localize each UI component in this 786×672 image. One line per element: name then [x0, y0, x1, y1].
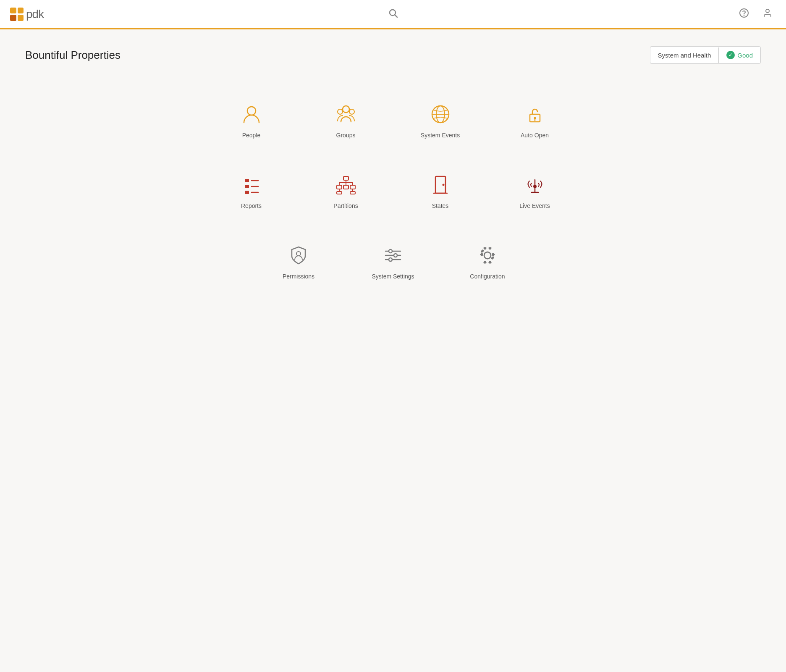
- partitions-icon: [333, 172, 359, 197]
- system-events-label: System Events: [421, 132, 460, 139]
- nav-item-system-events[interactable]: System Events: [393, 85, 487, 155]
- svg-rect-19: [245, 191, 249, 194]
- system-health-label: System and Health: [650, 47, 719, 63]
- check-circle-icon: ✓: [726, 51, 735, 59]
- nav-item-live-events[interactable]: Live Events: [487, 155, 582, 226]
- logo-text: pdk: [26, 8, 44, 21]
- svg-point-6: [343, 106, 349, 113]
- svg-point-5: [247, 107, 256, 115]
- nav-item-groups[interactable]: Groups: [299, 85, 393, 155]
- svg-point-42: [296, 252, 301, 256]
- svg-rect-28: [343, 185, 348, 189]
- svg-point-4: [766, 9, 769, 13]
- system-settings-label: System Settings: [372, 273, 414, 280]
- system-events-icon: [428, 102, 453, 127]
- search-button[interactable]: [385, 5, 401, 24]
- svg-point-48: [389, 258, 392, 261]
- help-button[interactable]: [736, 5, 752, 24]
- svg-point-47: [394, 254, 397, 257]
- states-label: States: [432, 202, 449, 209]
- auto-open-label: Auto Open: [521, 132, 549, 139]
- svg-point-50: [484, 252, 491, 259]
- svg-rect-17: [245, 185, 249, 188]
- svg-point-8: [349, 109, 354, 114]
- nav-item-partitions[interactable]: Partitions: [299, 155, 393, 226]
- app-header: pdk: [0, 0, 786, 29]
- svg-rect-15: [245, 179, 249, 182]
- states-icon: [428, 172, 453, 197]
- logo[interactable]: pdk: [10, 8, 44, 21]
- svg-point-36: [442, 184, 444, 186]
- header-actions: [736, 5, 776, 24]
- main-content: Bountiful Properties System and Health ✓…: [0, 29, 786, 313]
- nav-item-permissions[interactable]: Permissions: [252, 226, 346, 297]
- nav-grid-row1: People Groups: [204, 85, 582, 226]
- permissions-label: Permissions: [283, 273, 314, 280]
- system-health-badge[interactable]: System and Health ✓ Good: [650, 46, 761, 64]
- svg-rect-31: [337, 192, 342, 194]
- reports-icon: [239, 172, 264, 197]
- system-settings-icon: [380, 243, 406, 268]
- partitions-label: Partitions: [333, 202, 358, 209]
- nav-item-people[interactable]: People: [204, 85, 299, 155]
- groups-label: Groups: [336, 132, 356, 139]
- svg-rect-21: [343, 176, 348, 180]
- configuration-icon: [475, 243, 500, 268]
- page-header: Bountiful Properties System and Health ✓…: [25, 46, 761, 64]
- groups-icon: [333, 102, 359, 127]
- page-title: Bountiful Properties: [25, 49, 121, 62]
- svg-point-46: [389, 249, 392, 253]
- logo-icon: [10, 8, 24, 21]
- people-icon: [239, 102, 264, 127]
- user-account-button[interactable]: [759, 5, 776, 24]
- nav-item-states[interactable]: States: [393, 155, 487, 226]
- nav-item-reports[interactable]: Reports: [204, 155, 299, 226]
- permissions-icon: [286, 243, 311, 268]
- nav-item-system-settings[interactable]: System Settings: [346, 226, 440, 297]
- nav-item-auto-open[interactable]: Auto Open: [487, 85, 582, 155]
- nav-item-configuration[interactable]: Configuration: [440, 226, 535, 297]
- live-events-icon: [522, 172, 548, 197]
- svg-line-1: [395, 15, 398, 17]
- reports-label: Reports: [241, 202, 262, 209]
- svg-rect-33: [350, 192, 355, 194]
- svg-rect-29: [350, 185, 355, 189]
- svg-rect-27: [337, 185, 342, 189]
- auto-open-icon: [522, 102, 548, 127]
- svg-point-7: [338, 109, 343, 114]
- configuration-label: Configuration: [470, 273, 505, 280]
- system-health-status: ✓ Good: [719, 47, 760, 63]
- nav-grid-row3: Permissions System Settings: [204, 226, 582, 297]
- live-events-label: Live Events: [519, 202, 550, 209]
- people-label: People: [242, 132, 261, 139]
- search-area: [385, 5, 401, 24]
